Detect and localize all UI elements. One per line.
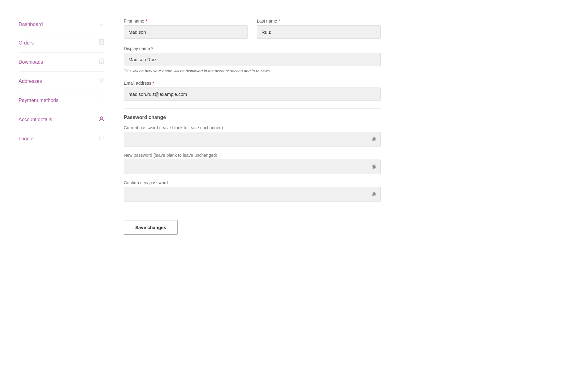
- display-name-hint: This will be how your name will be displ…: [124, 69, 381, 73]
- last-name-input[interactable]: [257, 25, 381, 39]
- svg-rect-8: [99, 98, 104, 101]
- last-name-required: *: [278, 19, 280, 23]
- password-section-title: Password change: [124, 108, 381, 124]
- email-input[interactable]: [124, 87, 381, 101]
- sidebar-item-payment-label: Payment methods: [19, 98, 58, 103]
- payment-icon: [98, 96, 105, 104]
- current-password-label: Current password (leave blank to leave u…: [124, 125, 381, 130]
- first-name-label: First name *: [124, 19, 248, 23]
- confirm-password-label: Confirm new password: [124, 180, 381, 185]
- sidebar-item-logout[interactable]: Logout: [19, 129, 105, 148]
- sidebar-item-orders[interactable]: Orders: [19, 33, 105, 53]
- new-password-label: New password (leave blank to leave uncha…: [124, 153, 381, 158]
- display-name-group: Display name * This will be how your nam…: [124, 46, 381, 73]
- first-name-input[interactable]: [124, 25, 248, 39]
- last-name-label: Last name *: [257, 19, 381, 23]
- addresses-icon: [98, 77, 105, 85]
- display-name-required: *: [151, 46, 153, 51]
- dashboard-icon: ⌂: [98, 21, 105, 28]
- sidebar-item-downloads-label: Downloads: [19, 59, 43, 65]
- email-label: Email address *: [124, 81, 381, 86]
- logout-icon: [98, 135, 105, 143]
- email-group: Email address *: [124, 81, 381, 101]
- sidebar-item-dashboard[interactable]: Dashboard ⌂: [19, 15, 105, 33]
- save-changes-button[interactable]: Save changes: [124, 220, 178, 235]
- confirm-password-input[interactable]: [124, 187, 381, 202]
- new-password-toggle-icon[interactable]: ◉: [371, 163, 376, 170]
- confirm-password-group: Confirm new password ◉: [124, 180, 381, 202]
- new-password-group: New password (leave blank to leave uncha…: [124, 153, 381, 174]
- new-password-input[interactable]: [124, 160, 381, 174]
- password-section: Password change Current password (leave …: [124, 108, 381, 202]
- sidebar-item-account-label: Account details: [19, 117, 52, 122]
- email-required: *: [153, 81, 154, 86]
- sidebar-item-dashboard-label: Dashboard: [19, 22, 43, 27]
- sidebar-item-addresses-label: Addresses: [19, 79, 42, 84]
- sidebar-item-orders-label: Orders: [19, 40, 34, 46]
- sidebar-item-addresses[interactable]: Addresses: [19, 72, 105, 91]
- first-name-group: First name *: [124, 19, 248, 39]
- last-name-group: Last name *: [257, 19, 381, 39]
- name-row: First name * Last name *: [124, 19, 381, 39]
- sidebar-item-payment-methods[interactable]: Payment methods: [19, 91, 105, 110]
- confirm-password-toggle-icon[interactable]: ◉: [371, 190, 376, 197]
- current-password-toggle-icon[interactable]: ◉: [371, 135, 376, 142]
- orders-icon: [98, 39, 105, 47]
- downloads-icon: [98, 58, 105, 66]
- first-name-required: *: [145, 19, 147, 23]
- current-password-group: Current password (leave blank to leave u…: [124, 125, 381, 147]
- sidebar-item-logout-label: Logout: [19, 136, 34, 142]
- sidebar-item-account-details[interactable]: Account details: [19, 110, 105, 129]
- current-password-input[interactable]: [124, 132, 381, 147]
- sidebar-item-downloads[interactable]: Downloads: [19, 53, 105, 72]
- sidebar: Dashboard ⌂ Orders Downloads: [19, 12, 105, 380]
- svg-point-7: [101, 79, 102, 80]
- account-details-form: First name * Last name * Display name * …: [105, 12, 399, 380]
- svg-rect-0: [99, 40, 104, 45]
- display-name-label: Display name *: [124, 46, 381, 51]
- display-name-input[interactable]: [124, 53, 381, 66]
- svg-point-11: [101, 117, 103, 119]
- account-icon: [98, 116, 105, 123]
